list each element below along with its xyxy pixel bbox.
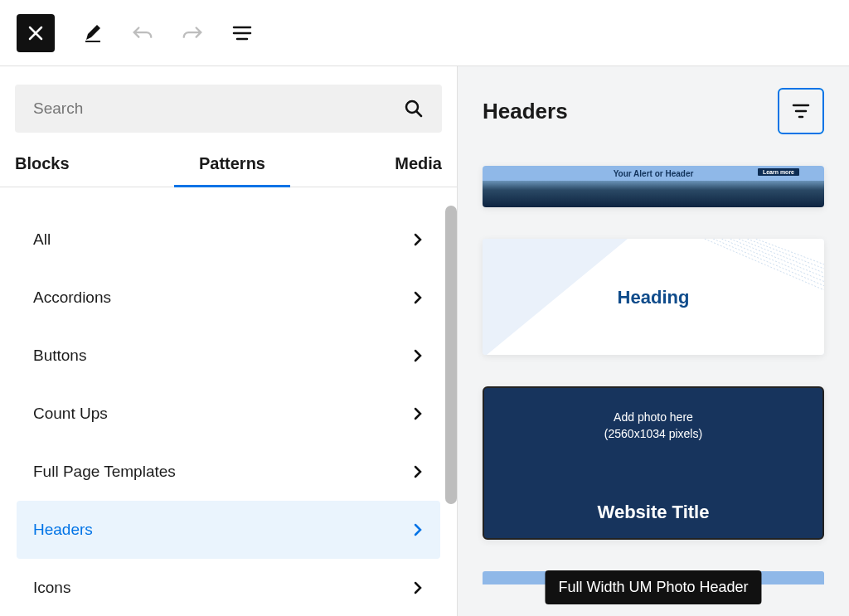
inserter-sidebar: Blocks Patterns Media All Accordions But… [0, 66, 458, 616]
category-label: Count Ups [33, 405, 108, 423]
list-icon [230, 24, 254, 42]
chevron-right-icon [412, 231, 424, 248]
category-icons[interactable]: Icons [17, 559, 440, 616]
close-icon [27, 24, 45, 42]
category-label: Headers [33, 521, 93, 539]
chevron-right-icon [412, 463, 424, 480]
pattern-photo-header[interactable]: Add photo here (2560x1034 pixels) Websit… [483, 386, 824, 540]
tab-blocks[interactable]: Blocks [15, 154, 70, 187]
chevron-right-icon [412, 405, 424, 422]
edit-button[interactable] [81, 22, 104, 45]
chevron-right-icon [412, 347, 424, 364]
category-accordions[interactable]: Accordions [17, 269, 440, 327]
search-input[interactable] [33, 99, 404, 118]
category-label: All [33, 230, 51, 249]
tab-media[interactable]: Media [395, 154, 442, 187]
close-button[interactable] [17, 14, 55, 52]
category-label: Accordions [33, 289, 111, 307]
pattern-preview-pane: Headers Your Alert or Header Learn more [458, 66, 849, 616]
alert-text: Your Alert or Header [614, 169, 694, 178]
sidebar-scrollbar[interactable] [445, 206, 457, 504]
pattern-alert-header[interactable]: Your Alert or Header Learn more [483, 166, 824, 207]
search-box[interactable] [15, 85, 442, 133]
redo-icon [181, 23, 204, 43]
chevron-right-icon [412, 521, 424, 538]
photo-title: Website Title [598, 502, 710, 523]
pattern-tooltip: Full Width UM Photo Header [545, 570, 761, 604]
alert-bg [483, 181, 824, 207]
patterns-list: Your Alert or Header Learn more [483, 166, 824, 584]
tab-patterns[interactable]: Patterns [199, 154, 265, 187]
category-all[interactable]: All [17, 211, 440, 269]
undo-icon [131, 23, 154, 43]
chevron-right-icon [412, 580, 424, 596]
category-label: Icons [33, 579, 70, 597]
photo-line2: (2560x1034 pixels) [604, 426, 702, 443]
main: Blocks Patterns Media All Accordions But… [0, 66, 849, 616]
photo-line1: Add photo here [604, 410, 702, 426]
category-fullpage[interactable]: Full Page Templates [17, 443, 440, 501]
undo-button[interactable] [131, 22, 154, 45]
filter-button[interactable] [778, 88, 824, 134]
heading-text: Heading [483, 287, 824, 308]
photo-meta: Add photo here (2560x1034 pixels) [604, 410, 702, 442]
category-label: Buttons [33, 347, 86, 365]
preview-title: Headers [483, 99, 568, 124]
inserter-tabs: Blocks Patterns Media [0, 133, 457, 187]
redo-button[interactable] [181, 22, 204, 45]
pattern-categories: All Accordions Buttons Count Ups Full Pa… [0, 187, 457, 616]
filter-icon [791, 103, 811, 119]
alert-learnmore: Learn more [758, 168, 799, 176]
chevron-right-icon [412, 289, 424, 306]
search-icon [404, 99, 424, 119]
category-label: Full Page Templates [33, 463, 176, 481]
category-countups[interactable]: Count Ups [17, 385, 440, 443]
category-buttons[interactable]: Buttons [17, 327, 440, 385]
alert-band: Your Alert or Header Learn more [483, 166, 824, 181]
pencil-icon [82, 22, 104, 44]
view-options-button[interactable] [230, 22, 254, 45]
top-toolbar [0, 0, 849, 66]
pattern-heading[interactable]: Heading [483, 239, 824, 355]
category-headers[interactable]: Headers [17, 501, 440, 559]
